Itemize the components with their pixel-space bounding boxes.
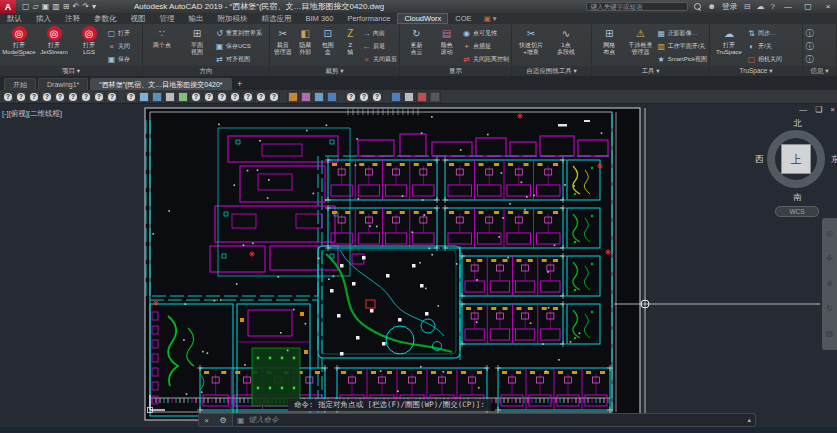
tab-featured-apps[interactable]: 精选应用 — [255, 13, 299, 24]
tab-parametric[interactable]: 参数化 — [87, 13, 124, 24]
close-button[interactable]: ×关闭 — [107, 40, 130, 52]
app-menu-button[interactable]: A — [0, 0, 16, 13]
open-truspace-button[interactable]: ☁打开 TruSpace — [712, 26, 746, 55]
viewcube-west[interactable]: 西 — [755, 154, 764, 166]
reset-to-world-button[interactable]: ↺重置到世界系 — [215, 27, 262, 39]
unknown-plugin-button[interactable]: ? — [229, 91, 241, 103]
cloud-icon[interactable]: ☁ — [757, 0, 765, 13]
unknown-plugin-button[interactable]: ? — [255, 91, 267, 103]
viewcube-north[interactable]: 北 — [793, 118, 802, 130]
one-point-polyline-button[interactable]: ∿1点 多段线 — [549, 26, 583, 55]
plugin-button-palette[interactable] — [300, 91, 312, 103]
unknown-plugin-button[interactable]: ? — [28, 91, 40, 103]
drawing-area[interactable]: [-][俯视][二维线框] — ❏ × 上 北 南 西 东 WCS ◎ ✣ ⊕ … — [0, 104, 837, 427]
new-file-icon[interactable]: ▢ — [22, 0, 30, 13]
unknown-plugin-button[interactable]: ? — [67, 91, 79, 103]
point-snap-button[interactable]: +点捕捉 — [462, 40, 509, 52]
ribbon-panel-title[interactable]: 项目 ▾ — [0, 66, 142, 76]
save-as-icon[interactable]: ▥ — [52, 0, 60, 13]
unknown-plugin-button[interactable]: ? — [242, 91, 254, 103]
plugin-button-doc[interactable] — [164, 91, 176, 103]
tab-drawing1[interactable]: Drawing1* — [38, 78, 88, 90]
info-button-3[interactable]: ⓘ — [805, 53, 814, 65]
hide-outside-button[interactable]: ◧隐藏 外部 — [295, 26, 317, 55]
plan-view-button[interactable]: ⊞平面 视图 — [180, 26, 214, 55]
unknown-plugin-button[interactable]: ? — [106, 91, 118, 103]
unknown-plugin-button[interactable]: ? — [15, 91, 27, 103]
ribbon-panel-title[interactable]: TruSpace ▾ — [710, 66, 802, 76]
unknown-plugin-button[interactable]: ? — [2, 91, 14, 103]
orbit-icon[interactable]: ↻ — [826, 305, 833, 313]
back-button[interactable]: ←后退 — [362, 40, 397, 52]
unknown-plugin-button[interactable]: ? — [190, 91, 202, 103]
unknown-plugin-button[interactable]: ? — [125, 91, 137, 103]
tab-performance[interactable]: Performance — [340, 13, 397, 24]
ribbon-panel-title[interactable]: 工具 ▾ — [592, 66, 709, 76]
ribbon-panel-title[interactable]: 显示 — [400, 66, 511, 76]
tab-output[interactable]: 输出 — [182, 13, 211, 24]
ribbon-display-toggle-icon[interactable]: ▾ — [493, 14, 497, 23]
plugin-button-blue[interactable] — [390, 91, 402, 103]
bounding-box-button[interactable]: ⊡包围 盒 — [317, 26, 339, 55]
unknown-plugin-button[interactable]: ? — [80, 91, 92, 103]
unknown-plugin-button[interactable]: ? — [268, 91, 280, 103]
ortho-image-button[interactable]: ▦正影影像… — [657, 27, 707, 39]
plugin-button-green[interactable] — [177, 91, 189, 103]
close-button[interactable]: × — [821, 0, 835, 13]
grid-points-button[interactable]: ⊞网格 布点 — [594, 26, 624, 55]
qat-dropdown-icon[interactable]: ▾ — [92, 0, 96, 13]
clip-manager-button[interactable]: ✂裁剪 管理器 — [272, 26, 294, 55]
unknown-plugin-button[interactable]: ? — [54, 91, 66, 103]
command-input[interactable]: ▣ 键入命令 ▴ — [232, 413, 756, 427]
command-customize-icon[interactable]: ⚙ — [220, 416, 227, 425]
showmotion-icon[interactable]: ▤ — [826, 330, 834, 338]
viewcube-wcs-menu[interactable]: WCS — [775, 206, 819, 217]
interference-check-manager-button[interactable]: ⚠干涉检查 管理器 — [625, 26, 655, 55]
redo-icon[interactable]: ↷ — [82, 0, 89, 13]
help-search-input[interactable]: 键入关键字或短语 — [586, 2, 688, 11]
plugin-button-snow[interactable] — [138, 91, 150, 103]
plugin-button-pin[interactable] — [151, 91, 163, 103]
distance-control-off-button[interactable]: ⇄关闭距离控制 — [462, 53, 509, 65]
viewcube-south[interactable]: 南 — [793, 192, 802, 204]
open-modelspace-view-button[interactable]: ◎打开 ModelSpace视图 — [2, 26, 36, 56]
tab-bim360[interactable]: BIM 360 — [299, 13, 341, 24]
store-icon[interactable]: ⊟ — [744, 0, 751, 13]
open-file-icon[interactable]: ▱ — [33, 0, 39, 13]
search-icon[interactable] — [694, 3, 701, 10]
tab-default[interactable]: 默认 — [0, 13, 29, 24]
signin-user-icon[interactable]: ☻ — [707, 0, 715, 13]
open-jetstream-button[interactable]: ◎打开 JetStream — [37, 26, 71, 55]
command-close-icon[interactable]: × — [204, 416, 209, 425]
unknown-plugin-button[interactable]: ? — [358, 91, 370, 103]
unknown-plugin-button[interactable]: ? — [216, 91, 228, 103]
minimize-button[interactable]: — — [781, 0, 795, 13]
info-button-2[interactable]: ⓘ — [805, 40, 814, 52]
tab-insert[interactable]: 插入 — [29, 13, 58, 24]
truspace-toggle-button[interactable]: ◐开/关 — [747, 40, 782, 52]
plugin-button-grid[interactable] — [313, 91, 325, 103]
ribbon-panel-title[interactable]: 裁剪 ▾ — [270, 66, 399, 76]
pan-icon[interactable]: ✣ — [826, 255, 833, 263]
color-scroll-button[interactable]: ▤颜色 滚动 — [432, 26, 461, 55]
undo-icon[interactable]: ↶ — [73, 0, 80, 13]
viewcube-top-face[interactable]: 上 — [781, 144, 811, 174]
workplane-toggle-button[interactable]: ▥工作平面开/关 — [657, 40, 707, 52]
save-ucs-button[interactable]: ▣保存UCS — [215, 40, 262, 52]
viewcube-east[interactable]: 东 — [831, 154, 837, 166]
unknown-plugin-button[interactable]: ? — [41, 91, 53, 103]
plugin-button-blue[interactable] — [326, 91, 338, 103]
plugin-button-dark[interactable] — [429, 91, 441, 103]
help-icon[interactable]: ? — [771, 0, 775, 13]
steering-wheel-icon[interactable]: ◎ — [826, 230, 833, 238]
open-lgs-button[interactable]: ◎打开 LGS — [72, 26, 106, 55]
tab-cloudworx[interactable]: CloudWorx — [397, 13, 448, 24]
open-button[interactable]: ▢打开 — [107, 27, 130, 39]
tab-view[interactable]: 视图 — [124, 13, 153, 24]
unknown-plugin-button[interactable]: ? — [203, 91, 215, 103]
z-axis-button[interactable]: ZZ 轴 — [340, 26, 362, 55]
align-view-button[interactable]: ⇄对齐视图 — [215, 53, 262, 65]
unknown-plugin-button[interactable]: ? — [93, 91, 105, 103]
zoom-icon[interactable]: ⊕ — [826, 280, 833, 288]
new-drawing-tab-button[interactable]: + — [234, 78, 246, 90]
